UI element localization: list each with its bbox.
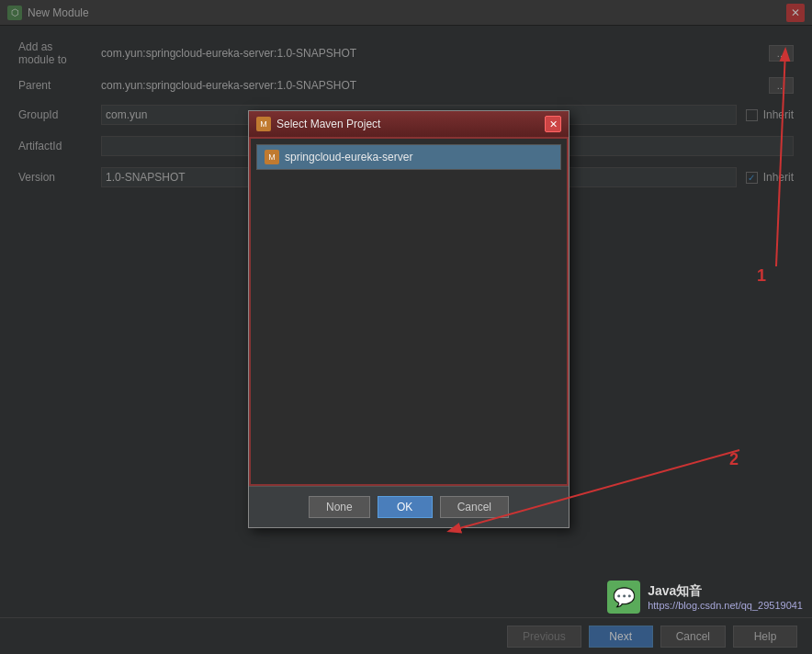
watermark-info: Java知音 https://blog.csdn.net/qq_29519041	[648, 583, 803, 611]
watermark-brand: Java知音	[648, 583, 803, 600]
select-maven-project-dialog: M Select Maven Project ✕ M springcloud-e…	[248, 110, 570, 528]
project-item-label: springcloud-eureka-server	[285, 151, 412, 164]
project-item-icon: M	[265, 150, 279, 164]
dialog-buttons: None OK Cancel	[249, 486, 569, 527]
annotation-1: 1	[757, 266, 766, 286]
ok-button[interactable]: OK	[378, 496, 433, 518]
watermark-url: https://blog.csdn.net/qq_29519041	[648, 600, 803, 611]
watermark: 💬 Java知音 https://blog.csdn.net/qq_295190…	[607, 581, 803, 614]
none-button[interactable]: None	[309, 496, 370, 518]
wechat-icon: 💬	[607, 581, 640, 614]
dialog-close-button[interactable]: ✕	[545, 116, 561, 132]
dialog-content: M springcloud-eureka-server	[249, 137, 569, 486]
dialog-title: Select Maven Project	[276, 118, 380, 130]
dialog-overlay: M Select Maven Project ✕ M springcloud-e…	[0, 0, 812, 654]
dialog-cancel-button[interactable]: Cancel	[440, 496, 509, 518]
project-list: M springcloud-eureka-server	[256, 144, 561, 170]
annotation-2: 2	[729, 450, 739, 469]
dialog-title-left: M Select Maven Project	[256, 117, 380, 131]
project-item[interactable]: M springcloud-eureka-server	[257, 145, 560, 169]
maven-icon: M	[256, 117, 271, 131]
dialog-title-bar: M Select Maven Project ✕	[249, 111, 569, 137]
